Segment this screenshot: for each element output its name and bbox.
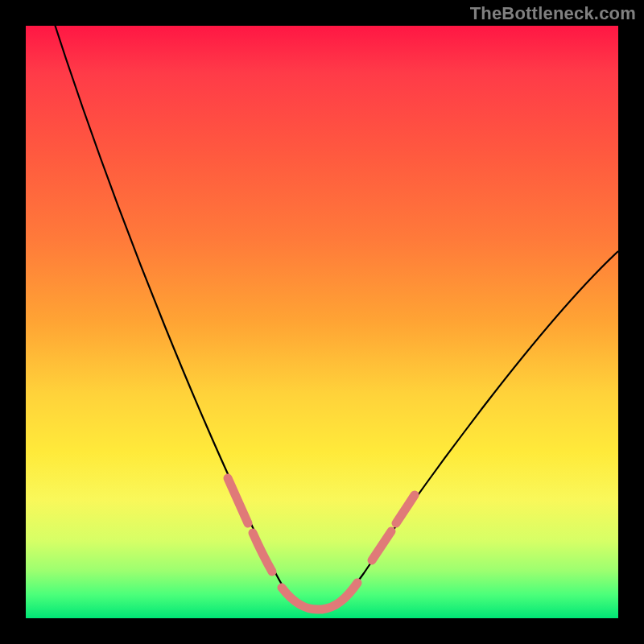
- highlight-right: [372, 531, 391, 560]
- bottleneck-curve: [26, 26, 618, 618]
- watermark-text: TheBottleneck.com: [470, 3, 636, 24]
- highlight-left-2: [253, 533, 272, 572]
- curve-path: [50, 10, 618, 609]
- highlight-bottom-2: [322, 583, 357, 609]
- highlight-bottom: [282, 588, 320, 609]
- plot-area: [26, 26, 618, 618]
- chart-frame: TheBottleneck.com: [0, 0, 644, 644]
- highlight-right-2: [396, 495, 415, 523]
- highlight-left: [228, 478, 248, 523]
